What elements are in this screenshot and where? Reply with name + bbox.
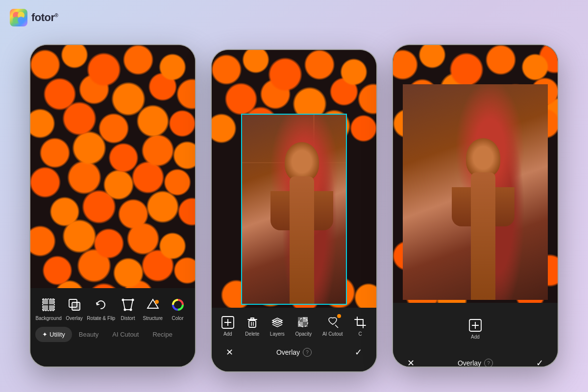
svg-rect-6 <box>49 299 54 304</box>
edit-opacity-label: Opacity <box>295 331 312 337</box>
phone3-woman <box>444 128 522 300</box>
phone3-add-icon <box>468 318 482 332</box>
svg-point-4 <box>18 17 24 24</box>
svg-rect-8 <box>49 305 54 311</box>
structure-icon <box>144 296 162 314</box>
toolbar-item-background[interactable]: Background <box>35 296 61 321</box>
edit-ai-cutout-label: AI Cutout <box>322 331 343 337</box>
edit-add-label: Add <box>223 331 232 337</box>
app-header: fotor® <box>10 9 58 26</box>
svg-line-32 <box>335 325 338 328</box>
phone3-add-item[interactable]: Add <box>459 311 492 347</box>
app-name: fotor® <box>31 11 58 24</box>
ai-cutout-icon <box>326 316 340 329</box>
svg-point-16 <box>131 299 134 301</box>
distort-icon <box>119 296 137 314</box>
toolbar-color-label: Color <box>172 316 184 321</box>
crop-icon <box>353 316 367 329</box>
phone1-tabs: ✦ Utility Beauty AI Cutout Recipe <box>30 325 195 344</box>
tab-ai-cutout[interactable]: AI Cutout <box>105 327 146 342</box>
edit-toolbar-c[interactable]: C <box>353 316 367 337</box>
edit-toolbar-layers[interactable]: Layers <box>270 316 285 337</box>
phone2-help-icon[interactable]: ? <box>303 348 312 357</box>
toolbar-structure-label: Structure <box>143 316 163 321</box>
delete-icon <box>245 316 259 329</box>
portrait-frame <box>241 114 347 305</box>
ai-cutout-icon-wrap <box>326 316 340 329</box>
svg-rect-5 <box>43 299 48 304</box>
tab-utility[interactable]: ✦ Utility <box>35 327 72 342</box>
phone3-face-glow <box>466 138 500 177</box>
phone3-confirm-btn[interactable]: ✓ <box>532 355 548 368</box>
phone3-neck-body <box>471 172 495 300</box>
svg-rect-29 <box>298 322 303 327</box>
phone3-cancel-btn[interactable]: ✕ <box>403 355 418 368</box>
phone3-portrait <box>403 84 548 300</box>
ai-cutout-dot <box>337 314 341 318</box>
rotate-icon <box>92 296 110 314</box>
phone3-toolbar-icons: Add <box>393 303 558 351</box>
phones-container: Background Overlay <box>0 44 588 392</box>
phone-3: Add ✕ Overlay ? ✓ <box>392 44 559 368</box>
svg-point-17 <box>129 309 132 311</box>
svg-point-15 <box>122 299 124 301</box>
toolbar-overlay-label: Overlay <box>66 316 82 321</box>
phone-2: Add Delete <box>211 49 377 372</box>
svg-rect-14 <box>72 302 80 310</box>
phone3-add-label: Add <box>471 334 480 340</box>
phone2-overlay-label: Overlay ? <box>276 348 312 357</box>
phone2-toolbar: Add Delete <box>212 308 376 371</box>
edit-toolbar-opacity[interactable]: Opacity <box>295 316 312 337</box>
tab-recipe[interactable]: Recipe <box>146 327 179 342</box>
phone2-confirm-btn[interactable]: ✓ <box>351 344 367 360</box>
phone2-bottom-bar: ✕ Overlay ? ✓ <box>212 341 376 364</box>
edit-c-label: C <box>359 331 362 337</box>
toolbar-item-overlay[interactable]: Overlay <box>62 296 87 321</box>
edit-delete-label: Delete <box>245 331 259 337</box>
phone3-overlay-label: Overlay ? <box>458 359 493 368</box>
phone3-bottom-bar: ✕ Overlay ? ✓ <box>393 351 558 368</box>
edit-toolbar-delete[interactable]: Delete <box>245 316 259 337</box>
background-icon <box>40 296 57 314</box>
phone3-toolbar: Add ✕ Overlay ? ✓ <box>393 303 558 367</box>
portrait-inner <box>242 115 346 304</box>
toolbar-rotate-label: Rotate & Flip <box>87 316 115 321</box>
woman-body <box>263 132 341 304</box>
toolbar-item-rotate[interactable]: Rotate & Flip <box>87 296 115 321</box>
logo-icon <box>10 9 27 26</box>
toolbar-background-label: Background <box>35 316 61 321</box>
toolbar-item-distort[interactable]: Distort <box>116 296 140 321</box>
phone2-toolbar-icons: Add Delete <box>212 308 376 341</box>
phone-1: Background Overlay <box>29 44 196 368</box>
phone3-screen <box>393 45 558 329</box>
overlay-icon <box>66 296 83 314</box>
toolbar-item-structure[interactable]: Structure <box>141 296 165 321</box>
toolbar-item-color[interactable]: Color <box>166 296 190 321</box>
opacity-icon <box>296 316 310 329</box>
phone1-toolbar: Background Overlay <box>30 288 195 367</box>
edit-toolbar-add[interactable]: Add <box>221 316 235 337</box>
edit-toolbar-ai-cutout[interactable]: AI Cutout <box>322 316 343 337</box>
color-icon <box>169 296 187 314</box>
layers-icon <box>270 316 284 329</box>
tab-beauty[interactable]: Beauty <box>72 327 105 342</box>
add-icon <box>221 316 235 329</box>
phone1-flower-bg <box>30 45 195 329</box>
phone1-toolbar-icons: Background Overlay <box>30 288 195 325</box>
phone1-screen <box>30 45 195 329</box>
face-glow <box>285 142 319 181</box>
svg-point-18 <box>123 309 126 311</box>
phone3-help-icon[interactable]: ? <box>484 359 493 368</box>
svg-rect-24 <box>249 320 256 327</box>
toolbar-distort-label: Distort <box>121 316 135 321</box>
svg-rect-7 <box>43 305 48 311</box>
svg-point-19 <box>155 300 159 304</box>
phone2-cancel-btn[interactable]: ✕ <box>221 344 237 360</box>
edit-layers-label: Layers <box>270 331 285 337</box>
phone2-screen <box>212 50 376 334</box>
neck-body <box>290 176 314 304</box>
